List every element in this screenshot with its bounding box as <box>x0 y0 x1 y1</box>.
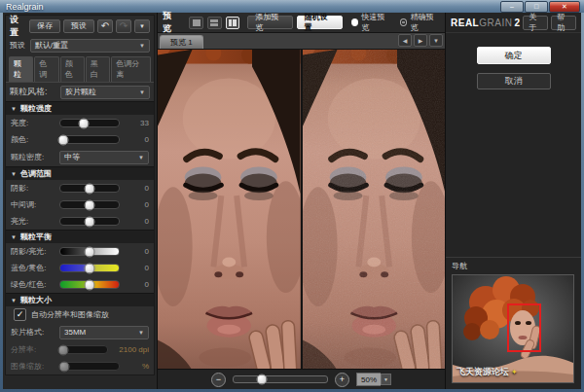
zoom-level-dropdown[interactable]: 50% ▼ <box>356 373 391 386</box>
settings-tabs: 颗粒 色调 颜色 黑白 色调分离 <box>6 54 154 82</box>
redo-icon: ↷ <box>120 20 128 31</box>
maximize-icon: □ <box>534 3 538 10</box>
panel-collapse-button[interactable]: ▼ <box>134 19 150 33</box>
midtones-value: 0 <box>124 200 149 209</box>
tonal-label: 亮度: <box>11 118 55 128</box>
section-grain-size[interactable]: ▼ 颗粒大小 <box>6 293 154 306</box>
slider-handle[interactable] <box>85 246 95 257</box>
window-title: Realgrain <box>0 2 500 12</box>
add-preview-button[interactable]: 添加预览 <box>247 16 293 29</box>
next-tab-button[interactable]: ▶ <box>414 34 427 47</box>
help-button[interactable]: 帮助 <box>551 16 576 30</box>
section-title: 颗粒强度 <box>20 103 52 114</box>
section-tonal-range[interactable]: ▼ 色调范围 <box>6 166 154 180</box>
preset-dropdown-value: 默认/重置 <box>35 40 68 51</box>
sparkle-icon: ✦ <box>511 368 518 376</box>
navigator-title: 导航 <box>452 261 575 271</box>
navigator-thumbnail[interactable]: 飞天资源论坛 ✦ <box>452 274 574 383</box>
shadow-highlight-value: 0 <box>124 247 149 256</box>
close-button[interactable]: ✕ <box>549 1 580 13</box>
tab-tone-separation[interactable]: 色调分离 <box>111 56 151 82</box>
zoom-bar: − + 50% ▼ <box>158 369 445 389</box>
tab-color[interactable]: 颜色 <box>60 56 85 82</box>
blue-yellow-label: 蓝色/黄色: <box>11 263 55 273</box>
midtones-slider[interactable] <box>59 200 120 209</box>
maximize-button[interactable]: □ <box>525 1 548 13</box>
collapse-triangle-icon: ▼ <box>11 298 17 303</box>
undo-button[interactable]: ↶ <box>97 19 113 33</box>
quick-preview-label: 快速预览 <box>361 12 391 33</box>
slider-handle[interactable] <box>58 134 69 145</box>
resolution-label: 分辨率: <box>11 344 55 355</box>
slider-handle[interactable] <box>85 263 95 273</box>
preview-area: 预览 添加预览 随机设置 快速预览 精确预览 预览 1 ◀ <box>158 13 445 389</box>
slider-handle[interactable] <box>79 118 90 128</box>
slider-handle[interactable] <box>57 344 68 355</box>
slider-handle[interactable] <box>58 361 69 372</box>
blue-yellow-value: 0 <box>124 264 149 272</box>
section-grain-balance[interactable]: ▼ 颗粒平衡 <box>6 230 154 243</box>
section-title: 颗粒平衡 <box>20 232 52 242</box>
zoom-in-button[interactable]: + <box>335 373 349 387</box>
cancel-button[interactable]: 取消 <box>477 73 551 89</box>
navigator-section: 导航 <box>446 257 581 389</box>
tab-grain[interactable]: 颗粒 <box>9 56 33 82</box>
preview-tab-1[interactable]: 预览 1 <box>160 35 203 49</box>
redo-button[interactable]: ↷ <box>116 19 131 33</box>
action-panel: REALGRAIN2 关于 帮助 确定 取消 导航 <box>445 13 581 389</box>
blue-yellow-slider[interactable] <box>59 264 120 272</box>
tab-toning[interactable]: 色调 <box>34 56 58 82</box>
prev-tab-button[interactable]: ◀ <box>398 34 412 47</box>
minimize-button[interactable]: – <box>500 1 524 13</box>
collapse-triangle-icon: ▼ <box>11 171 17 177</box>
grain-style-dropdown[interactable]: 胶片颗粒 ▼ <box>60 86 150 99</box>
titlebar: Realgrain – □ ✕ <box>0 0 584 13</box>
shadows-label: 阴影: <box>11 183 55 194</box>
section-title: 颗粒大小 <box>20 295 52 305</box>
single-view-button[interactable] <box>189 17 203 29</box>
green-red-slider[interactable] <box>59 280 120 289</box>
preview-before-image[interactable] <box>158 50 301 369</box>
accurate-preview-radio[interactable] <box>400 18 408 26</box>
settings-title: 设置 <box>10 14 26 39</box>
shadow-highlight-slider[interactable] <box>59 247 120 256</box>
arrow-right-icon: ▶ <box>419 37 423 44</box>
preview-after-image[interactable] <box>303 50 446 369</box>
slider-handle[interactable] <box>256 374 267 385</box>
save-button[interactable]: 保存 <box>29 19 60 33</box>
shadows-slider[interactable] <box>59 184 120 193</box>
tab-menu-button[interactable]: ▼ <box>429 34 443 47</box>
ok-button[interactable]: 确定 <box>477 47 551 64</box>
close-icon: ✕ <box>562 3 567 10</box>
slider-handle[interactable] <box>85 279 95 290</box>
about-button[interactable]: 关于 <box>523 16 548 30</box>
film-format-dropdown[interactable]: 35MM ▼ <box>59 326 149 339</box>
chevron-down-icon: ▼ <box>138 330 144 336</box>
preset-button[interactable]: 预设 <box>63 19 94 33</box>
random-settings-button[interactable]: 随机设置 <box>297 16 343 29</box>
slider-handle[interactable] <box>85 199 95 210</box>
color-slider[interactable] <box>59 135 120 144</box>
image-scaling-slider[interactable] <box>59 362 120 371</box>
density-dropdown[interactable]: 中等 ▼ <box>59 151 149 164</box>
auto-resolution-checkbox[interactable]: ✓ <box>14 308 26 321</box>
preset-dropdown[interactable]: 默认/重置 ▼ <box>30 39 150 53</box>
zoom-out-button[interactable]: − <box>211 373 226 387</box>
color-label: 颜色: <box>11 134 55 145</box>
collapse-triangle-icon: ▼ <box>11 234 17 240</box>
tonal-slider[interactable] <box>59 119 120 127</box>
horizontal-split-view-button[interactable] <box>207 17 222 29</box>
slider-handle[interactable] <box>85 216 95 227</box>
film-format-value: 35MM <box>64 328 86 337</box>
zoom-slider[interactable] <box>233 375 328 383</box>
vertical-split-view-button[interactable] <box>226 17 240 29</box>
quick-preview-radio[interactable] <box>351 18 359 26</box>
chevron-down-icon: ▼ <box>139 23 145 29</box>
settings-panel: 设置 保存 预设 ↶ ↷ ▼ 预设 默认/重置 ▼ 颗粒 色调 <box>3 13 158 389</box>
highlights-slider[interactable] <box>59 217 120 226</box>
resolution-slider[interactable] <box>59 345 108 354</box>
resolution-value: 2100 dpi <box>112 345 149 354</box>
slider-handle[interactable] <box>85 183 95 194</box>
section-grain-strength[interactable]: ▼ 颗粒强度 <box>6 101 154 115</box>
tab-bw[interactable]: 黑白 <box>86 56 110 82</box>
